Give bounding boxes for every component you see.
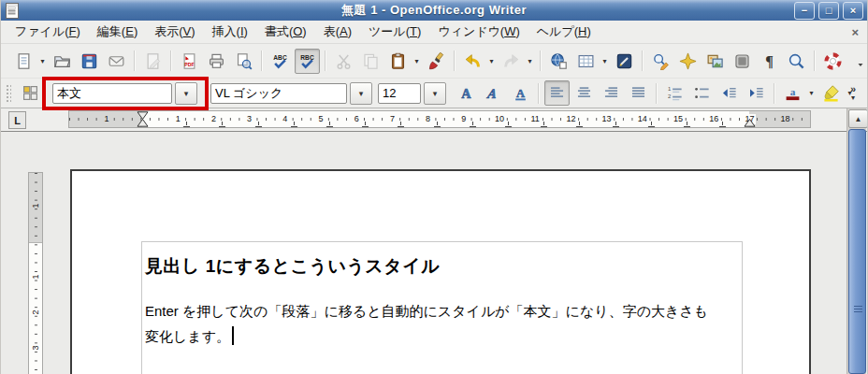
document-page[interactable]: 見出し 1にするとこういうスタイル Enter を押して次の「段落」に移ると自動… [70,169,811,374]
paste-button[interactable] [385,49,411,74]
bold-button[interactable]: A [454,80,479,106]
default-tab-stop [291,122,297,127]
menu-file[interactable]: ファイル(F) [7,21,89,43]
undo-dropdown[interactable]: ▾ [486,50,497,73]
svg-text:2: 2 [668,94,671,99]
default-tab-stop [684,122,690,127]
tab-stop-selector[interactable]: L [8,111,26,129]
menu-insert[interactable]: 挿入(I) [204,21,256,43]
undo-button[interactable] [460,49,485,74]
edit-file-button[interactable] [140,49,166,74]
redo-button[interactable] [499,49,524,74]
menu-edit[interactable]: 編集(E) [89,21,146,43]
menu-help[interactable]: ヘルプ(H) [528,21,600,43]
ruler-number: 14 [636,114,649,124]
italic-button[interactable]: A [481,80,506,106]
vertical-scrollbar[interactable]: ▲ [846,108,866,374]
align-center-button[interactable] [571,80,597,106]
size-dropdown-button[interactable]: ▾ [424,82,446,105]
maximize-button[interactable]: □ [818,2,839,20]
help-icon [824,52,842,70]
auto-spellcheck-button[interactable]: RBC [295,49,320,74]
paragraph-style-input[interactable] [52,83,172,104]
insert-table-button[interactable] [573,49,599,74]
scroll-up-icon: ▲ [855,115,862,123]
save-icon [80,52,98,70]
export-pdf-button[interactable]: PDF [177,49,202,74]
menu-window[interactable]: ウィンドウ(W) [429,21,528,43]
highlighting-button[interactable] [818,80,844,106]
cut-button[interactable] [331,49,356,74]
right-indent-marker[interactable] [744,111,756,128]
document-heading[interactable]: 見出し 1にするとこういうスタイル [145,254,742,279]
decrease-indent-button[interactable] [716,80,742,106]
email-button[interactable] [104,49,129,74]
menu-bar: ファイル(F)編集(E)表示(V)挿入(I)書式(O)表(A)ツール(T)ウィン… [1,21,867,44]
draw-functions-button[interactable] [612,49,637,74]
left-indent-marker[interactable] [137,111,149,128]
paste-dropdown[interactable]: ▾ [412,50,422,73]
gallery-button[interactable] [702,49,728,74]
close-button[interactable]: × [843,2,863,20]
minimize-button[interactable]: − [794,2,815,20]
print-button[interactable] [204,49,229,74]
toolbar-separator [656,83,658,104]
title-bar[interactable]: 無題 1 - OpenOffice.org Writer − □ × [1,0,867,22]
new-document-dropdown[interactable]: ▾ [37,50,48,73]
font-dropdown-button[interactable]: ▾ [350,82,372,105]
paste-icon [389,52,407,70]
body-line[interactable]: Enter を押して次の「段落」に移ると自動的にスタイルが「本文」になり、字の大… [145,298,742,324]
menu-format[interactable]: 書式(O) [256,21,315,43]
standard-toolbar: ▾PDFABCRBC▾▾▾▾¶ [1,44,867,79]
horizontal-ruler[interactable]: 1123456789101112131415161718 [68,110,811,128]
save-button[interactable] [77,49,102,74]
help-button[interactable] [820,49,846,74]
bullet-list-button[interactable] [689,80,715,106]
ruler-number: 5 [316,114,325,124]
copy-button[interactable] [358,49,383,74]
scroll-up-button[interactable]: ▲ [848,109,868,128]
justify-button[interactable] [626,80,651,106]
toolbar-grip[interactable] [5,83,11,104]
open-button[interactable] [50,49,75,74]
find-replace-button[interactable] [648,49,673,74]
align-right-button[interactable] [599,80,624,106]
navigator-button[interactable] [675,49,701,74]
close-document-icon[interactable]: × [851,25,859,39]
font-color-dropdown[interactable]: ▾ [806,81,817,105]
overflow-more-icon: ▾ [851,94,855,102]
toolbar-more-button[interactable] [847,49,868,74]
menu-tools[interactable]: ツール(T) [360,21,429,43]
vertical-ruler[interactable]: 1123 [28,172,43,374]
redo-dropdown[interactable]: ▾ [525,50,535,73]
default-tab-stop [576,122,583,127]
insert-table-dropdown[interactable]: ▾ [600,50,610,73]
font-size-input[interactable] [378,83,421,104]
font-name-input[interactable] [210,83,347,104]
document-body[interactable]: Enter を押して次の「段落」に移ると自動的にスタイルが「本文」になり、字の大… [145,298,742,349]
underline-button[interactable]: A [508,80,533,106]
styles-panel-button[interactable] [18,80,43,106]
new-document-button[interactable] [11,49,36,74]
ruler-number: 4 [281,114,289,124]
formatting-marks-button[interactable]: ¶ [757,49,782,74]
body-line[interactable]: 変化します。 [145,324,742,349]
document-workspace[interactable]: 1123 見出し 1にするとこういうスタイル Enter を押して次の「段落」に… [1,131,868,374]
export-pdf-icon: PDF [181,52,198,70]
menu-table[interactable]: 表(A) [315,21,360,43]
page-preview-button[interactable] [231,49,256,74]
scrollbar-thumb[interactable] [848,129,866,374]
hyperlink-button[interactable] [546,49,571,74]
format-paintbrush-button[interactable] [424,49,449,74]
zoom-button[interactable] [784,49,809,74]
toolbar-overflow-button[interactable]: » ▾ [844,79,862,108]
data-sources-button[interactable] [730,49,755,74]
menu-view[interactable]: 表示(V) [146,21,203,43]
align-left-button[interactable] [544,80,570,106]
style-dropdown-button[interactable]: ▾ [175,82,197,105]
font-color-button[interactable]: a [780,80,805,106]
email-icon [108,52,125,70]
numbered-list-button[interactable]: 12 [662,80,687,106]
spellcheck-button[interactable]: ABC [268,49,293,74]
increase-indent-button[interactable] [744,80,769,106]
